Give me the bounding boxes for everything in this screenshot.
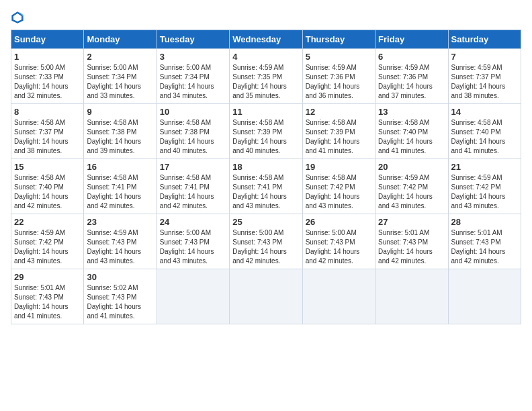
calendar-row: 29 Sunrise: 5:01 AMSunset: 7:43 PMDaylig… [11,269,521,324]
table-row: 23 Sunrise: 4:59 AMSunset: 7:43 PMDaylig… [84,214,157,269]
table-row: 30 Sunrise: 5:02 AMSunset: 7:43 PMDaylig… [84,269,157,324]
table-row: 7 Sunrise: 4:59 AMSunset: 7:37 PMDayligh… [448,49,521,104]
calendar-table: Sunday Monday Tuesday Wednesday Thursday… [11,30,521,324]
table-row: 27 Sunrise: 5:01 AMSunset: 7:43 PMDaylig… [375,214,448,269]
cell-info: Sunrise: 4:59 AMSunset: 7:36 PMDaylight:… [306,64,360,99]
cell-info: Sunrise: 4:58 AMSunset: 7:39 PMDaylight:… [306,119,360,154]
table-row: 4 Sunrise: 4:59 AMSunset: 7:35 PMDayligh… [230,49,302,104]
day-number: 10 [160,107,226,117]
cell-info: Sunrise: 4:59 AMSunset: 7:36 PMDaylight:… [378,64,433,99]
day-number: 24 [160,217,226,227]
table-row: 1 Sunrise: 5:00 AMSunset: 7:33 PMDayligh… [11,49,84,104]
table-row: 8 Sunrise: 4:58 AMSunset: 7:37 PMDayligh… [11,104,84,159]
logo-icon [11,11,24,24]
table-row: 15 Sunrise: 4:58 AMSunset: 7:40 PMDaylig… [11,159,84,214]
day-number: 27 [378,217,445,227]
cell-info: Sunrise: 4:58 AMSunset: 7:37 PMDaylight:… [14,119,69,154]
cell-info: Sunrise: 4:58 AMSunset: 7:40 PMDaylight:… [451,119,506,154]
table-row: 9 Sunrise: 4:58 AMSunset: 7:38 PMDayligh… [84,104,157,159]
day-number: 30 [87,272,153,282]
table-row: 25 Sunrise: 5:00 AMSunset: 7:43 PMDaylig… [230,214,302,269]
cell-info: Sunrise: 4:58 AMSunset: 7:38 PMDaylight:… [87,119,141,154]
cell-info: Sunrise: 4:58 AMSunset: 7:41 PMDaylight:… [87,174,141,210]
day-number: 17 [160,162,226,172]
calendar-row: 1 Sunrise: 5:00 AMSunset: 7:33 PMDayligh… [11,49,521,104]
day-number: 4 [232,52,299,62]
col-saturday: Saturday [448,30,521,49]
day-number: 13 [378,107,445,117]
day-number: 1 [14,52,81,62]
cell-info: Sunrise: 4:58 AMSunset: 7:42 PMDaylight:… [306,174,360,210]
table-row: 26 Sunrise: 5:00 AMSunset: 7:43 PMDaylig… [302,214,375,269]
cell-info: Sunrise: 4:58 AMSunset: 7:39 PMDaylight:… [232,119,287,154]
cell-info: Sunrise: 4:58 AMSunset: 7:41 PMDaylight:… [160,174,214,210]
table-row: 24 Sunrise: 5:00 AMSunset: 7:43 PMDaylig… [157,214,229,269]
day-number: 18 [232,162,299,172]
col-friday: Friday [375,30,448,49]
cell-info: Sunrise: 4:59 AMSunset: 7:35 PMDaylight:… [232,64,287,99]
day-number: 20 [378,162,445,172]
cell-info: Sunrise: 4:59 AMSunset: 7:42 PMDaylight:… [378,174,433,210]
table-row: 18 Sunrise: 4:58 AMSunset: 7:41 PMDaylig… [230,159,302,214]
cell-info: Sunrise: 4:59 AMSunset: 7:37 PMDaylight:… [451,64,506,99]
table-row [302,269,375,324]
table-row: 21 Sunrise: 4:59 AMSunset: 7:42 PMDaylig… [448,159,521,214]
day-number: 21 [451,162,518,172]
col-monday: Monday [84,30,157,49]
cell-info: Sunrise: 4:58 AMSunset: 7:40 PMDaylight:… [378,119,433,154]
day-number: 16 [87,162,153,172]
calendar-row: 22 Sunrise: 4:59 AMSunset: 7:42 PMDaylig… [11,214,521,269]
col-tuesday: Tuesday [157,30,229,49]
cell-info: Sunrise: 5:00 AMSunset: 7:34 PMDaylight:… [160,64,214,99]
cell-info: Sunrise: 5:00 AMSunset: 7:43 PMDaylight:… [232,229,287,265]
cell-info: Sunrise: 5:02 AMSunset: 7:43 PMDaylight:… [87,284,141,320]
table-row: 29 Sunrise: 5:01 AMSunset: 7:43 PMDaylig… [11,269,84,324]
cell-info: Sunrise: 4:58 AMSunset: 7:41 PMDaylight:… [232,174,287,210]
day-number: 22 [14,217,81,227]
table-row: 2 Sunrise: 5:00 AMSunset: 7:34 PMDayligh… [84,49,157,104]
cell-info: Sunrise: 5:01 AMSunset: 7:43 PMDaylight:… [14,284,69,320]
table-row: 14 Sunrise: 4:58 AMSunset: 7:40 PMDaylig… [448,104,521,159]
table-row: 12 Sunrise: 4:58 AMSunset: 7:39 PMDaylig… [302,104,375,159]
cell-info: Sunrise: 5:00 AMSunset: 7:43 PMDaylight:… [306,229,360,265]
calendar-row: 15 Sunrise: 4:58 AMSunset: 7:40 PMDaylig… [11,159,521,214]
day-number: 14 [451,107,518,117]
table-row: 6 Sunrise: 4:59 AMSunset: 7:36 PMDayligh… [375,49,448,104]
cell-info: Sunrise: 4:59 AMSunset: 7:42 PMDaylight:… [14,229,69,265]
col-thursday: Thursday [302,30,375,49]
table-row: 13 Sunrise: 4:58 AMSunset: 7:40 PMDaylig… [375,104,448,159]
col-wednesday: Wednesday [230,30,302,49]
cell-info: Sunrise: 4:58 AMSunset: 7:38 PMDaylight:… [160,119,214,154]
day-number: 26 [306,217,372,227]
calendar-row: 8 Sunrise: 4:58 AMSunset: 7:37 PMDayligh… [11,104,521,159]
table-row: 5 Sunrise: 4:59 AMSunset: 7:36 PMDayligh… [302,49,375,104]
day-number: 19 [306,162,372,172]
day-number: 12 [306,107,372,117]
header-row: Sunday Monday Tuesday Wednesday Thursday… [11,30,521,49]
table-row: 16 Sunrise: 4:58 AMSunset: 7:41 PMDaylig… [84,159,157,214]
day-number: 23 [87,217,153,227]
day-number: 8 [14,107,81,117]
day-number: 5 [306,52,372,62]
day-number: 11 [232,107,299,117]
day-number: 29 [14,272,81,282]
table-row: 3 Sunrise: 5:00 AMSunset: 7:34 PMDayligh… [157,49,229,104]
table-row [375,269,448,324]
col-sunday: Sunday [11,30,84,49]
table-row: 10 Sunrise: 4:58 AMSunset: 7:38 PMDaylig… [157,104,229,159]
table-row: 20 Sunrise: 4:59 AMSunset: 7:42 PMDaylig… [375,159,448,214]
cell-info: Sunrise: 5:00 AMSunset: 7:43 PMDaylight:… [160,229,214,265]
day-number: 2 [87,52,153,62]
day-number: 28 [451,217,518,227]
table-row: 17 Sunrise: 4:58 AMSunset: 7:41 PMDaylig… [157,159,229,214]
table-row: 22 Sunrise: 4:59 AMSunset: 7:42 PMDaylig… [11,214,84,269]
table-row [157,269,229,324]
cell-info: Sunrise: 4:58 AMSunset: 7:40 PMDaylight:… [14,174,69,210]
table-row [230,269,302,324]
cell-info: Sunrise: 4:59 AMSunset: 7:43 PMDaylight:… [87,229,141,265]
table-row: 19 Sunrise: 4:58 AMSunset: 7:42 PMDaylig… [302,159,375,214]
cell-info: Sunrise: 5:01 AMSunset: 7:43 PMDaylight:… [378,229,433,265]
table-row: 28 Sunrise: 5:01 AMSunset: 7:43 PMDaylig… [448,214,521,269]
cell-info: Sunrise: 4:59 AMSunset: 7:42 PMDaylight:… [451,174,506,210]
cell-info: Sunrise: 5:00 AMSunset: 7:33 PMDaylight:… [14,64,69,99]
